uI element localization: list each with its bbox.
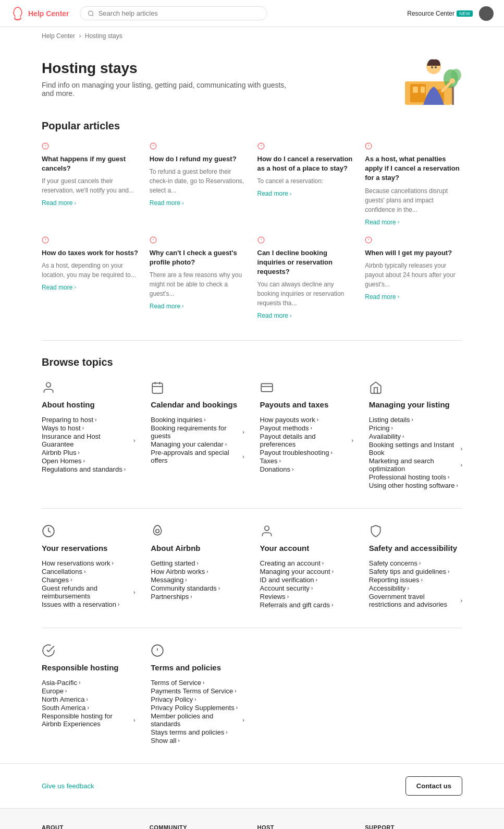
topic-link[interactable]: Privacy Policy Supplements ›	[151, 704, 238, 712]
topic-link-item: Europe ›	[42, 687, 135, 695]
topic-link-item: Privacy Policy Supplements ›	[151, 703, 244, 712]
topic-link[interactable]: Booking settings and Instant Book ›	[369, 441, 462, 456]
footer: ABOUT How Airbnb works Newsroom Investor…	[0, 808, 504, 829]
search-input[interactable]	[99, 9, 260, 17]
topic-link[interactable]: Community standards ›	[151, 584, 220, 592]
read-more-link[interactable]: Read more ›	[150, 199, 184, 207]
topic-link[interactable]: Booking requirements for guests ›	[151, 424, 244, 440]
topic-link[interactable]: Asia-Pacific ›	[42, 679, 80, 687]
topic-link[interactable]: Safety concerns ›	[369, 559, 421, 567]
topic-link[interactable]: Payments Terms of Service ›	[151, 687, 236, 695]
topic-link[interactable]: Payout details and preferences ›	[260, 432, 353, 448]
hero-image	[395, 50, 462, 107]
topics-row-1: About hosting Preparing to host › Ways t…	[42, 381, 462, 489]
topic-link[interactable]: ID and verification ›	[260, 576, 317, 584]
feedback-link[interactable]: Give us feedback	[42, 782, 94, 790]
topic-link[interactable]: Availability ›	[369, 432, 404, 440]
topic-placeholder	[369, 644, 462, 744]
topic-link[interactable]: Ways to host ›	[42, 424, 84, 432]
topic-link[interactable]: Booking inquiries ›	[151, 416, 205, 424]
topic-link[interactable]: Creating an account ›	[260, 559, 324, 567]
topic-link-item: Government travel restrictions and advis…	[369, 592, 462, 608]
topic-link[interactable]: Guest refunds and reimbursements ›	[42, 584, 135, 600]
topic-link[interactable]: Terms of Service ›	[151, 679, 204, 687]
breadcrumb-parent-link[interactable]: Help Center	[42, 32, 75, 40]
topic-link[interactable]: Preparing to host ›	[42, 416, 96, 424]
new-badge: NEW	[457, 10, 473, 17]
topic-link[interactable]: How reservations work ›	[42, 559, 114, 567]
resource-center-btn[interactable]: Resource Center NEW	[407, 10, 473, 17]
read-more-link[interactable]: Read more ›	[42, 284, 76, 291]
topic-link[interactable]: Managing your account ›	[260, 568, 334, 575]
topic-link-item: Managing your calendar ›	[151, 440, 244, 448]
topic-link[interactable]: Payout troubleshooting ›	[260, 449, 333, 456]
article-desc: To cancel a reservation:	[257, 176, 355, 186]
topic-link[interactable]: Pre-approvals and special offers ›	[151, 449, 244, 464]
topic-link[interactable]: North America ›	[42, 695, 88, 703]
popular-articles-title: Popular articles	[42, 120, 462, 132]
topic-link[interactable]: Government travel restrictions and advis…	[369, 593, 462, 608]
topic-link[interactable]: Privacy Policy ›	[151, 695, 196, 703]
topic-links-list: Safety concerns › Safety tips and guidel…	[369, 559, 462, 608]
topic-links-list: Booking inquiries › Booking requirements…	[151, 415, 244, 464]
topic-link[interactable]: Cancellations ›	[42, 568, 85, 575]
read-more-link[interactable]: Read more ›	[365, 293, 399, 301]
topic-link[interactable]: South America ›	[42, 704, 89, 712]
topic-link[interactable]: Reporting issues ›	[369, 576, 423, 584]
article-title: How do I cancel a reservation as a host …	[257, 154, 355, 173]
topic-link[interactable]: Marketing and search optimization ›	[369, 457, 462, 473]
read-more-link[interactable]: Read more ›	[257, 190, 292, 197]
topic-link[interactable]: Managing your calendar ›	[151, 440, 227, 448]
topic-link[interactable]: Accessibility ›	[369, 584, 409, 592]
topic-title: Payouts and taxes	[260, 400, 353, 409]
topic-link[interactable]: Pricing ›	[369, 424, 393, 432]
topic-link[interactable]: Getting started ›	[151, 559, 199, 567]
article-icon	[257, 142, 355, 151]
topic-link[interactable]: Using other hosting software ›	[369, 482, 458, 489]
contact-us-button[interactable]: Contact us	[405, 776, 462, 796]
topic-link[interactable]: Referrals and gift cards ›	[260, 601, 334, 609]
topic-link[interactable]: Messaging ›	[151, 576, 187, 584]
read-more-link[interactable]: Read more ›	[257, 312, 292, 319]
article-desc: Because cancellations disrupt guests' pl…	[365, 186, 462, 214]
topic-link[interactable]: Donations ›	[260, 465, 294, 473]
topic-link-item: Marketing and search optimization ›	[369, 456, 462, 473]
topic-link[interactable]: Responsible hosting for Airbnb Experienc…	[42, 712, 135, 728]
read-more-link[interactable]: Read more ›	[365, 219, 399, 226]
topic-link[interactable]: Member policies and standards ›	[151, 712, 244, 728]
read-more-link[interactable]: Read more ›	[150, 303, 184, 310]
topic-link[interactable]: Safety tips and guidelines ›	[369, 568, 450, 575]
topic-link-item: Payout methods ›	[260, 424, 353, 432]
topic-link[interactable]: Professional hosting tools ›	[369, 473, 450, 481]
topic-link[interactable]: Listing details ›	[369, 416, 413, 424]
topic-link[interactable]: How Airbnb works ›	[151, 568, 208, 575]
topic-link[interactable]: Show all ›	[151, 737, 179, 744]
topic-link[interactable]: Changes ›	[42, 576, 72, 584]
topic-link[interactable]: Reviews ›	[260, 593, 289, 600]
svg-rect-9	[452, 87, 454, 105]
article-title: How do taxes work for hosts?	[42, 248, 139, 258]
article-title: When will I get my payout?	[365, 248, 462, 258]
topic-link[interactable]: Partnerships ›	[151, 593, 192, 600]
search-box	[80, 6, 267, 20]
topic-link[interactable]: Account security ›	[260, 584, 313, 592]
topic-link[interactable]: Airbnb Plus ›	[42, 449, 80, 456]
svg-point-13	[435, 66, 437, 68]
topic-title: Calendar and bookings	[151, 400, 244, 409]
topic-link[interactable]: Stays terms and policies ›	[151, 728, 227, 736]
topic-link[interactable]: Taxes ›	[260, 457, 281, 465]
avatar[interactable]	[479, 6, 494, 21]
topic-link[interactable]: Payout methods ›	[260, 424, 312, 432]
topic-link[interactable]: How payouts work ›	[260, 416, 319, 424]
read-more-link[interactable]: Read more ›	[42, 199, 76, 207]
topic-section-calendar-bookings: Calendar and bookings Booking inquiries …	[151, 381, 244, 489]
article-title: As a host, what penalties apply if I can…	[365, 154, 462, 183]
topic-link[interactable]: Insurance and Host Guarantee ›	[42, 432, 135, 448]
topic-link-item: Listing details ›	[369, 415, 462, 424]
topic-link[interactable]: Open Homes ›	[42, 457, 85, 465]
hero-subtitle: Find info on managing your listing, gett…	[42, 81, 292, 98]
topic-link[interactable]: Europe ›	[42, 687, 67, 695]
logo[interactable]: Help Center	[10, 6, 69, 21]
topic-link[interactable]: Regulations and standards ›	[42, 465, 126, 473]
topic-link[interactable]: Issues with a reservation ›	[42, 600, 119, 608]
